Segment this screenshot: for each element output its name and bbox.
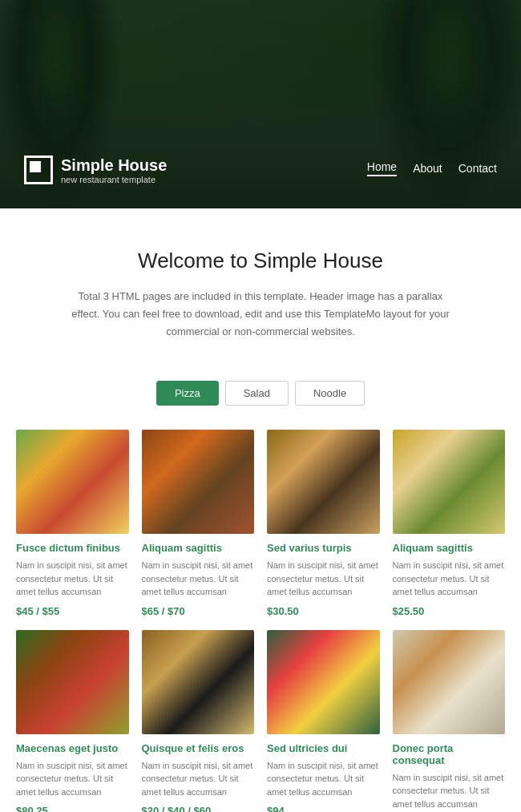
menu-item-image xyxy=(16,630,129,734)
welcome-title: Welcome to Simple House xyxy=(64,248,457,273)
nav-home[interactable]: Home xyxy=(367,160,397,176)
menu-item-price: $94 xyxy=(267,805,380,812)
menu-item-title: Maecenas eget justo xyxy=(16,742,129,754)
menu-item-desc: Nam in suscipit nisi, sit amet consectet… xyxy=(267,559,380,599)
menu-item[interactable]: Quisque et felis eros Nam in suscipit ni… xyxy=(142,630,255,812)
menu-item-title: Donec porta consequat xyxy=(393,742,506,766)
filter-buttons: Pizza Salad Noodle xyxy=(0,365,521,430)
menu-item-title: Sed ultricies dui xyxy=(267,742,380,754)
filter-pizza[interactable]: Pizza xyxy=(156,381,219,406)
menu-item-price: $30.50 xyxy=(267,605,380,617)
menu-item[interactable]: Donec porta consequat Nam in suscipit ni… xyxy=(393,630,506,812)
menu-item-price: $25.50 xyxy=(393,605,506,617)
menu-item-desc: Nam in suscipit nisi, sit amet consectet… xyxy=(393,559,506,599)
menu-item-desc: Nam in suscipit nisi, sit amet consectet… xyxy=(16,759,129,799)
logo-icon xyxy=(24,156,53,184)
logo-text: Simple House new restaurant template xyxy=(61,156,167,184)
menu-item-title: Quisque et felis eros xyxy=(142,742,255,754)
menu-item[interactable]: Sed ultricies dui Nam in suscipit nisi, … xyxy=(267,630,380,812)
menu-item-image xyxy=(142,630,255,734)
menu-item[interactable]: Fusce dictum finibus Nam in suscipit nis… xyxy=(16,430,129,617)
menu-item[interactable]: Aliquam sagittis Nam in suscipit nisi, s… xyxy=(142,430,255,617)
filter-salad[interactable]: Salad xyxy=(225,381,289,406)
site-logo: Simple House new restaurant template xyxy=(24,156,167,184)
menu-item-image xyxy=(267,630,380,734)
welcome-description: Total 3 HTML pages are included in this … xyxy=(64,288,457,341)
menu-item-image xyxy=(142,430,255,534)
menu-item[interactable]: Sed varius turpis Nam in suscipit nisi, … xyxy=(267,430,380,617)
menu-item-desc: Nam in suscipit nisi, sit amet consectet… xyxy=(16,559,129,599)
menu-item-desc: Nam in suscipit nisi, sit amet consectet… xyxy=(142,559,255,599)
menu-item-title: Aliquam sagittis xyxy=(142,542,255,554)
menu-item-desc: Nam in suscipit nisi, sit amet consectet… xyxy=(393,771,506,811)
nav-contact[interactable]: Contact xyxy=(458,162,497,175)
menu-grid: Fusce dictum finibus Nam in suscipit nis… xyxy=(0,430,521,812)
menu-item-image xyxy=(267,430,380,534)
menu-item-title: Fusce dictum finibus xyxy=(16,542,129,554)
filter-noodle[interactable]: Noodle xyxy=(295,381,365,406)
menu-item-price: $20 / $40 / $60 xyxy=(142,805,255,812)
menu-item-price: $80.25 xyxy=(16,805,129,812)
logo-title: Simple House xyxy=(61,156,167,175)
hero-header: Simple House new restaurant template Hom… xyxy=(0,0,521,208)
menu-item[interactable]: Aliquam sagittis Nam in suscipit nisi, s… xyxy=(393,430,506,617)
menu-item-title: Aliquam sagittis xyxy=(393,542,506,554)
nav-about[interactable]: About xyxy=(413,162,442,175)
main-nav: Home About Contact xyxy=(367,160,497,176)
menu-item-price: $65 / $70 xyxy=(142,605,255,617)
menu-item[interactable]: Maecenas eget justo Nam in suscipit nisi… xyxy=(16,630,129,812)
menu-item-price: $45 / $55 xyxy=(16,605,129,617)
menu-item-desc: Nam in suscipit nisi, sit amet consectet… xyxy=(267,759,380,799)
menu-item-desc: Nam in suscipit nisi, sit amet consectet… xyxy=(142,759,255,799)
menu-item-image xyxy=(393,430,506,534)
menu-item-image xyxy=(393,630,506,734)
welcome-section: Welcome to Simple House Total 3 HTML pag… xyxy=(0,208,521,365)
logo-subtitle: new restaurant template xyxy=(61,175,167,184)
menu-item-image xyxy=(16,430,129,534)
menu-item-title: Sed varius turpis xyxy=(267,542,380,554)
